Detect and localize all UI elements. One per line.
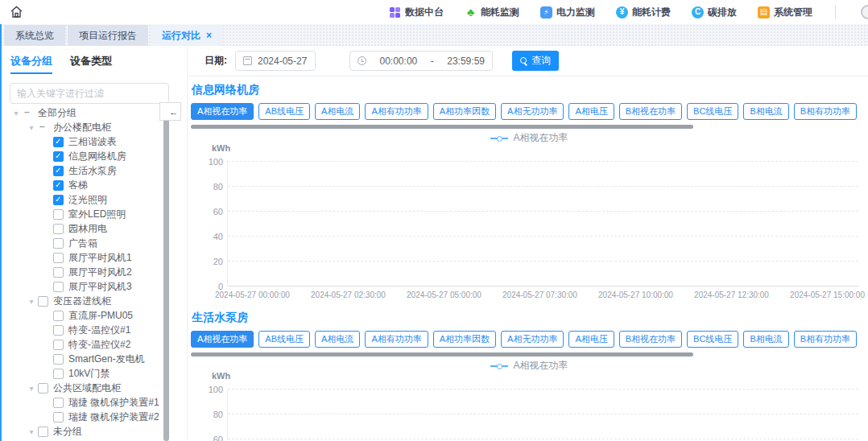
checked-checkbox-icon[interactable] xyxy=(53,166,64,176)
tree-filter-input[interactable] xyxy=(10,83,169,104)
chart-legend[interactable]: A相视在功率 xyxy=(191,359,868,373)
unchecked-checkbox-icon[interactable] xyxy=(38,427,48,437)
tree-node[interactable]: ▾全部分组 xyxy=(0,105,176,120)
tree-node[interactable]: 室外LED照明 xyxy=(0,207,176,221)
metric-button[interactable]: B相电流 xyxy=(743,331,788,348)
tab-系统总览[interactable]: 系统总览 xyxy=(4,25,65,46)
tree-node[interactable]: SmartGen-发电机 xyxy=(0,352,176,366)
gridline: 80 xyxy=(228,186,858,187)
tab-项目运行报告[interactable]: 项目运行报告 xyxy=(68,25,148,46)
nav-item-bolt-icon[interactable]: ⚡电力监测 xyxy=(540,6,595,19)
tree-node[interactable]: 直流屏-PMU05 xyxy=(0,308,176,323)
unchecked-checkbox-icon[interactable] xyxy=(53,354,64,365)
unchecked-checkbox-icon[interactable] xyxy=(53,267,64,278)
unchecked-checkbox-icon[interactable] xyxy=(53,282,64,292)
date-picker[interactable]: 2024-05-27 xyxy=(235,51,316,71)
unchecked-checkbox-icon[interactable] xyxy=(53,398,64,408)
unchecked-checkbox-icon[interactable] xyxy=(53,209,64,220)
tree-node[interactable]: ▾未分组 xyxy=(0,424,176,439)
unchecked-checkbox-icon[interactable] xyxy=(53,369,64,379)
unchecked-checkbox-icon[interactable] xyxy=(53,238,64,249)
metric-button[interactable]: B相视在功率 xyxy=(619,331,682,348)
tree-node[interactable]: 生活水泵房 xyxy=(0,163,176,178)
gridline: 20 xyxy=(228,261,858,262)
tree-node[interactable]: 信息网络机房 xyxy=(0,149,176,163)
metric-button[interactable]: B相有功功率 xyxy=(794,103,857,120)
metric-button[interactable]: A相电流 xyxy=(315,331,360,348)
metric-button[interactable]: A相无功功率 xyxy=(501,103,564,120)
tree-scrollbar[interactable] xyxy=(163,109,169,441)
tree-node[interactable]: 泛光照明 xyxy=(0,192,176,207)
metric-button[interactable]: A相电流 xyxy=(315,103,360,120)
unchecked-checkbox-icon[interactable] xyxy=(38,383,48,394)
tab-运行对比[interactable]: 运行对比× xyxy=(151,25,223,46)
caret-down-icon[interactable]: ▾ xyxy=(27,123,36,132)
tree-node[interactable]: 特变-温控仪#1 xyxy=(0,323,176,337)
metric-button[interactable]: A相电压 xyxy=(568,103,614,120)
checked-checkbox-icon[interactable] xyxy=(53,151,64,162)
tree-node[interactable]: 客梯 xyxy=(0,178,176,192)
caret-down-icon[interactable]: ▾ xyxy=(27,297,36,306)
metric-button[interactable]: A相视在功率 xyxy=(191,331,254,348)
unchecked-checkbox-icon[interactable] xyxy=(53,253,64,263)
tab-label: 运行对比 xyxy=(162,25,200,46)
device-tree: ▾全部分组▾办公楼配电柜三相谐波表信息网络机房生活水泵房客梯泛光照明室外LED照… xyxy=(0,105,176,441)
metric-button[interactable]: AB线电压 xyxy=(258,103,310,120)
tree-node[interactable]: 展厅平时风机2 xyxy=(0,265,176,279)
nav-item-briefcase-icon[interactable]: ▤系统管理 xyxy=(758,6,812,19)
tree-node[interactable]: 展厅平时风机3 xyxy=(0,279,176,294)
caret-down-icon[interactable]: ▾ xyxy=(27,384,36,393)
metric-button[interactable]: BC线电压 xyxy=(687,103,738,120)
nav-item-grid-icon[interactable]: 数据中台 xyxy=(389,6,444,19)
sidebar-tab-设备类型[interactable]: 设备类型 xyxy=(70,54,112,74)
metric-button[interactable]: A相功率因数 xyxy=(433,103,496,120)
tree-node[interactable]: 特变-温控仪#2 xyxy=(0,337,176,352)
unchecked-checkbox-icon[interactable] xyxy=(38,296,48,307)
tree-node[interactable]: ▾变压器进线柜 xyxy=(0,294,176,308)
metric-button[interactable]: B相视在功率 xyxy=(619,103,682,120)
metric-button[interactable]: A相电压 xyxy=(568,331,614,348)
carbon-icon: C xyxy=(692,6,704,19)
caret-down-icon[interactable]: ▾ xyxy=(11,109,21,117)
dash-checkbox-icon[interactable] xyxy=(23,108,33,118)
tree-node[interactable]: 园林用电 xyxy=(0,221,176,236)
tree-node[interactable]: 展厅平时风机1 xyxy=(0,250,176,265)
dash-checkbox-icon[interactable] xyxy=(38,122,48,133)
collapse-sidebar-handle[interactable]: ← xyxy=(159,102,181,121)
metric-button[interactable]: A相视在功率 xyxy=(191,103,254,120)
unchecked-checkbox-icon[interactable] xyxy=(53,224,64,234)
close-icon[interactable]: × xyxy=(206,31,212,40)
sidebar-tab-设备分组[interactable]: 设备分组 xyxy=(10,54,52,74)
nav-item-yen-circle-icon[interactable]: ¥能耗计费 xyxy=(616,6,671,19)
metric-button[interactable]: B相电流 xyxy=(743,103,788,120)
checked-checkbox-icon[interactable] xyxy=(53,195,64,205)
unchecked-checkbox-icon[interactable] xyxy=(53,412,64,422)
checked-checkbox-icon[interactable] xyxy=(53,180,64,191)
caret-down-icon[interactable]: ▾ xyxy=(27,427,36,436)
metric-button[interactable]: A相功率因数 xyxy=(433,331,496,348)
tree-node[interactable]: 10kV门禁 xyxy=(0,366,176,381)
tree-node[interactable]: 瑞捷 微机保护装置#1 xyxy=(0,395,176,410)
metric-button[interactable]: B相有功功率 xyxy=(794,331,857,348)
time-range-picker[interactable]: 00:00:00 - 23:59:59 xyxy=(349,51,493,71)
tree-node[interactable]: ▾公共区域配电柜 xyxy=(0,381,176,395)
tree-node[interactable]: 广告箱 xyxy=(0,236,176,250)
metric-button[interactable]: A相有功功率 xyxy=(365,331,428,348)
nav-item-carbon-icon[interactable]: C碳排放 xyxy=(692,6,737,19)
tree-node[interactable]: ▾办公楼配电柜 xyxy=(0,120,176,134)
unchecked-checkbox-icon[interactable] xyxy=(53,340,64,350)
checked-checkbox-icon[interactable] xyxy=(53,137,64,147)
home-icon[interactable] xyxy=(8,4,24,20)
unchecked-checkbox-icon[interactable] xyxy=(53,325,64,336)
metric-button[interactable]: AB线电压 xyxy=(258,331,310,348)
query-button[interactable]: 查询 xyxy=(512,51,559,71)
metric-button[interactable]: A相无功功率 xyxy=(501,331,564,348)
grid-icon xyxy=(389,6,401,19)
metric-button[interactable]: BC线电压 xyxy=(687,331,738,348)
nav-item-leaf-icon[interactable]: ♣能耗监测 xyxy=(465,6,519,19)
tree-node[interactable]: 瑞捷 微机保护装置#2 xyxy=(0,410,176,424)
tree-node[interactable]: 三相谐波表 xyxy=(0,134,176,149)
unchecked-checkbox-icon[interactable] xyxy=(53,311,64,321)
metric-button[interactable]: A相有功功率 xyxy=(365,103,428,120)
chart-legend[interactable]: A相视在功率 xyxy=(191,131,868,145)
